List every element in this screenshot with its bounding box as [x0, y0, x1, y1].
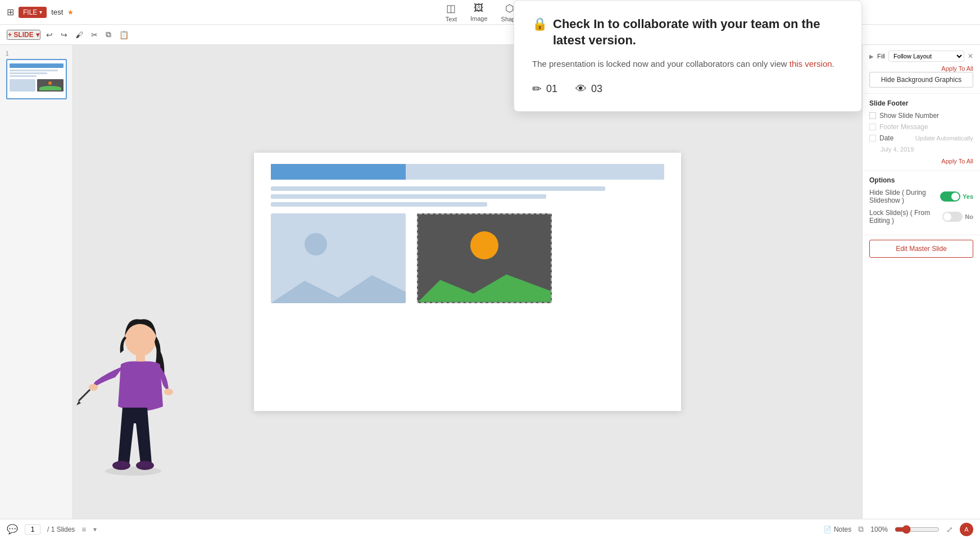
redo-button[interactable]: ↪: [58, 29, 70, 40]
slide-images-row: [271, 213, 664, 303]
duplicate-icon[interactable]: ⧉: [858, 524, 864, 534]
show-slide-number-row: Show Slide Number: [869, 112, 973, 120]
popup-title: 🔒 Check In to collaborate with your team…: [532, 16, 843, 48]
thumb-image-1: [10, 79, 36, 92]
lock-slide-toggle[interactable]: No: [942, 212, 973, 222]
thumb-header-bar: [10, 63, 63, 68]
svg-marker-4: [76, 401, 81, 405]
edit-count: 01: [546, 83, 557, 95]
show-slide-number-label: Show Slide Number: [879, 112, 939, 120]
lock-slide-row: Lock Slide(s) ( From Editing ) No: [869, 209, 973, 225]
file-menu-button[interactable]: FILE ▾: [19, 7, 47, 18]
notes-label: Notes: [834, 526, 851, 533]
hide-background-graphics-button[interactable]: Hide Background Graphics: [869, 72, 973, 88]
update-auto-label: Update Automatically: [915, 135, 973, 141]
fill-label: Fill: [877, 53, 885, 60]
footer-message-checkbox[interactable]: [869, 124, 876, 130]
text-tool[interactable]: ◫ Text: [446, 2, 457, 22]
popup-description: The presentation is locked now and your …: [532, 57, 843, 71]
slide-header: [271, 164, 664, 180]
text-label: Text: [446, 16, 457, 22]
copy-button[interactable]: ⧉: [103, 29, 114, 40]
footer-message-label: Footer Message: [879, 123, 928, 131]
popup-stats: ✏ 01 👁 03: [532, 82, 843, 95]
lock-slide-track[interactable]: [942, 212, 963, 222]
fill-close-icon[interactable]: ✕: [968, 52, 973, 60]
view-count: 03: [591, 83, 602, 95]
page-total: / 1 Slides: [47, 526, 75, 533]
date-label: Date: [879, 134, 893, 142]
date-checkbox[interactable]: [869, 135, 876, 141]
slide-thumbnail[interactable]: [6, 59, 67, 99]
svg-point-2: [89, 384, 98, 391]
thumb-image-2: [37, 79, 63, 92]
footer-message-row: Footer Message: [869, 123, 973, 131]
fill-apply-all[interactable]: Apply To All: [869, 65, 973, 72]
user-initial: A: [964, 526, 968, 533]
list-view-icon[interactable]: ≡: [81, 525, 86, 534]
thumb-line-1: [10, 70, 58, 71]
user-avatar[interactable]: A: [960, 523, 973, 536]
image-icon: 🖼: [474, 2, 484, 14]
main-area: 1: [0, 45, 980, 519]
lock-slide-value: No: [965, 213, 973, 220]
slide-header-blue: [271, 164, 406, 180]
edit-master-slide-button[interactable]: Edit Master Slide: [869, 240, 973, 258]
slide-header-light: [406, 164, 664, 180]
top-bar-left: ⊞ FILE ▾ test ★: [7, 7, 74, 18]
hide-slide-track[interactable]: [940, 191, 960, 202]
undo-button[interactable]: ↩: [44, 29, 55, 40]
date-string: July 4, 2019: [881, 146, 914, 153]
placeholder-circle: [305, 233, 327, 255]
svg-line-3: [79, 390, 90, 401]
edit-icon: ✏: [532, 82, 542, 95]
mountain-svg-2: [418, 263, 551, 302]
lock-slide-knob: [943, 213, 951, 221]
hide-slide-label: Hide Slide ( During Slideshow ): [869, 189, 940, 204]
notes-icon: 📄: [823, 526, 832, 533]
view-chevron-icon[interactable]: ▾: [93, 526, 97, 533]
zoom-fit-icon[interactable]: ⤢: [946, 525, 953, 534]
fill-row: ▶ Fill Follow Layout ✕: [869, 51, 973, 62]
canvas-area[interactable]: [73, 45, 862, 519]
view-stat: 👁 03: [575, 83, 602, 95]
fill-dropdown[interactable]: Follow Layout: [888, 51, 964, 62]
hide-slide-knob: [951, 193, 959, 200]
format-button[interactable]: 🖌: [73, 29, 85, 40]
notes-button[interactable]: 📄 Notes: [823, 526, 851, 533]
image-tool[interactable]: 🖼 Image: [470, 2, 488, 22]
slide-canvas: [254, 153, 681, 411]
view-icon: 👁: [575, 83, 587, 95]
file-name[interactable]: test: [51, 8, 63, 16]
character-illustration: [73, 283, 185, 519]
popup-version-link[interactable]: this version.: [790, 59, 834, 68]
svg-point-5: [164, 389, 173, 395]
hide-slide-toggle[interactable]: Yes: [940, 191, 973, 202]
hide-slide-value: Yes: [963, 193, 973, 200]
thumb-line-3: [10, 75, 37, 77]
footer-apply-all[interactable]: Apply To All: [869, 158, 973, 165]
show-slide-number-checkbox[interactable]: [869, 112, 876, 119]
fill-section: ▶ Fill Follow Layout ✕ Apply To All Hide…: [863, 45, 980, 94]
popup-lock-icon: 🔒: [532, 16, 547, 33]
footer-section: Slide Footer Show Slide Number Footer Me…: [863, 94, 980, 171]
paste-button[interactable]: 📋: [117, 29, 131, 40]
right-panel: ▶ Fill Follow Layout ✕ Apply To All Hide…: [862, 45, 980, 519]
zoom-slider[interactable]: [895, 525, 940, 534]
date-row: Date Update Automatically: [869, 134, 973, 142]
thumb-line-2: [10, 72, 47, 74]
cut-button[interactable]: ✂: [89, 29, 100, 40]
image-label: Image: [470, 15, 488, 22]
fill-arrow-icon: ▶: [869, 53, 874, 60]
add-slide-button[interactable]: + SLIDE ▾: [7, 30, 40, 40]
file-label: FILE: [23, 8, 37, 16]
options-section: Options Hide Slide ( During Slideshow ) …: [863, 171, 980, 235]
options-section-title: Options: [869, 176, 973, 184]
bottom-bar: 💬 / 1 Slides ≡ ▾ 📄 Notes ⧉ 100% ⤢ A: [0, 519, 980, 539]
slides-panel: 1: [0, 45, 73, 519]
text-icon: ◫: [446, 2, 456, 15]
checkin-popup: 🔒 Check In to collaborate with your team…: [514, 0, 862, 112]
comment-icon[interactable]: 💬: [7, 524, 18, 535]
page-input[interactable]: [25, 524, 40, 535]
grid-icon[interactable]: ⊞: [7, 7, 14, 17]
